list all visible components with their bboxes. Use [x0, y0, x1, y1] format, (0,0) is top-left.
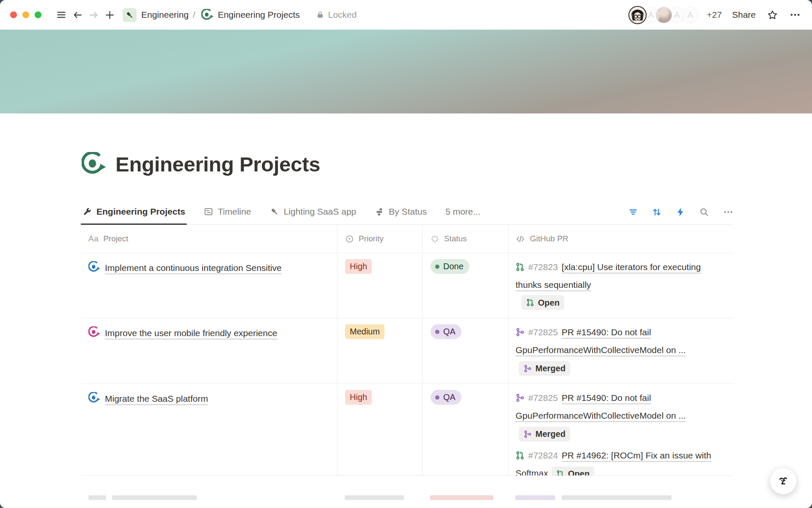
- pr-open-icon: [516, 451, 524, 460]
- status-dot: [435, 265, 439, 269]
- view-more-options-icon[interactable]: [723, 207, 734, 218]
- pr-merged-icon: [524, 430, 532, 438]
- status-tag[interactable]: Done: [431, 259, 469, 274]
- project-link[interactable]: Implement a continuous integration Sensi…: [105, 263, 282, 273]
- tab-label: By Status: [389, 207, 427, 217]
- column-label: Status: [444, 234, 467, 243]
- project-link[interactable]: Improve the user mobile friendly experie…: [105, 328, 277, 338]
- priority-tag[interactable]: High: [345, 259, 372, 274]
- status-label: Done: [443, 262, 464, 271]
- breadcrumb-page[interactable]: Engineering Projects: [218, 10, 300, 20]
- tab-more[interactable]: 5 more...: [444, 202, 481, 224]
- tab-timeline[interactable]: Timeline: [203, 202, 252, 224]
- breadcrumb-page-icon: [201, 9, 214, 21]
- priority-tag[interactable]: High: [345, 390, 372, 405]
- avatar-overflow-count[interactable]: +27: [707, 10, 722, 20]
- pr-open-icon: [526, 298, 534, 306]
- share-button[interactable]: Share: [732, 10, 756, 20]
- sort-icon[interactable]: [652, 207, 662, 217]
- table-row-clipped: [82, 476, 734, 503]
- breadcrumb-workspace[interactable]: Engineering: [141, 10, 189, 20]
- project-page-icon: [88, 326, 100, 338]
- tab-lighting-saas-app[interactable]: Lighting SaaS app: [269, 202, 357, 224]
- avatar-initial: A: [648, 10, 653, 20]
- lock-icon: [316, 11, 324, 19]
- workspace-hammer-icon[interactable]: [123, 8, 137, 22]
- timeline-icon: [204, 207, 213, 216]
- status-dot: [435, 395, 439, 400]
- table-row: Migrate the SaaS platform High QA #72825…: [82, 384, 734, 476]
- minimize-window-button[interactable]: [22, 11, 29, 18]
- back-arrow-icon[interactable]: [69, 7, 85, 22]
- github-pr-entry: #72823[xla:cpu] Use iterators for execut…: [516, 258, 727, 310]
- page-content: Engineering Projects Engineering Project…: [82, 150, 734, 503]
- avatar-initial: A: [687, 10, 693, 20]
- automation-lightning-icon[interactable]: [675, 207, 686, 217]
- table-row: Improve the user mobile friendly experie…: [82, 318, 734, 384]
- forward-arrow-icon[interactable]: [85, 7, 102, 22]
- tab-by-status[interactable]: By Status: [374, 202, 428, 224]
- pr-merged-icon: [516, 328, 524, 337]
- locked-indicator[interactable]: Locked: [316, 10, 357, 20]
- avatar-illustrated[interactable]: [628, 6, 647, 24]
- tab-label: 5 more...: [445, 207, 480, 217]
- pr-merged-icon: [516, 393, 524, 402]
- zoom-window-button[interactable]: [35, 11, 41, 18]
- pr-state-badge[interactable]: Merged: [519, 361, 570, 376]
- page-icon[interactable]: [82, 152, 106, 177]
- close-window-button[interactable]: [10, 11, 17, 18]
- tab-engineering-projects[interactable]: Engineering Projects: [82, 202, 186, 224]
- column-header-project[interactable]: Aa Project: [82, 225, 337, 253]
- clipped-text: [430, 495, 494, 500]
- select-property-icon: [345, 235, 354, 243]
- column-label: Project: [103, 234, 128, 243]
- breadcrumb-separator: /: [193, 10, 195, 20]
- table-header-row: Aa Project Priority Status GitHub PR: [82, 225, 734, 253]
- pr-id: #72825: [528, 327, 558, 337]
- filter-icon[interactable]: [628, 207, 638, 217]
- project-link[interactable]: Migrate the SaaS platform: [105, 394, 208, 403]
- pr-state-label: Merged: [535, 425, 565, 443]
- clipped-text: [88, 495, 106, 500]
- clipped-text: [112, 495, 197, 500]
- priority-tag[interactable]: Medium: [345, 324, 384, 339]
- page-cover[interactable]: [0, 30, 812, 113]
- projects-table: Aa Project Priority Status GitHub PR: [82, 225, 734, 503]
- notion-ai-button[interactable]: [770, 467, 797, 494]
- project-page-icon: [88, 261, 100, 273]
- github-pr-entry: #72825PR #15490: Do not fail GpuPerforma…: [516, 323, 727, 377]
- status-label: QA: [443, 327, 455, 337]
- sidebar-menu-icon[interactable]: [53, 7, 69, 22]
- pr-open-icon: [516, 262, 524, 271]
- table-row: Implement a continuous integration Sensi…: [82, 253, 734, 318]
- github-pr-entry: #72824PR #14962: [ROCm] Fix an issue wit…: [516, 447, 727, 475]
- pr-state-badge[interactable]: Merged: [519, 427, 570, 442]
- new-page-plus-icon[interactable]: [102, 7, 118, 22]
- status-property-icon: [431, 235, 439, 243]
- board-icon: [375, 207, 384, 216]
- tab-label: Engineering Projects: [96, 207, 185, 217]
- wrench-icon: [82, 207, 92, 216]
- column-label: Priority: [359, 234, 384, 243]
- clipped-text: [562, 495, 672, 500]
- column-header-status[interactable]: Status: [422, 225, 508, 253]
- status-label: QA: [443, 392, 455, 402]
- tab-label: Lighting SaaS app: [284, 207, 357, 217]
- favorite-star-icon[interactable]: [767, 9, 778, 21]
- hammer-icon: [270, 207, 279, 216]
- status-tag[interactable]: QA: [431, 324, 461, 339]
- more-options-icon[interactable]: [789, 9, 801, 21]
- column-header-priority[interactable]: Priority: [337, 225, 422, 253]
- tab-label: Timeline: [218, 207, 251, 217]
- pr-state-badge[interactable]: Open: [551, 467, 594, 475]
- notion-window: Engineering / Engineering Projects Locke…: [0, 0, 812, 508]
- status-tag[interactable]: QA: [431, 390, 461, 405]
- pr-open-icon: [556, 470, 564, 475]
- avatar-stack[interactable]: A A A: [628, 6, 699, 24]
- search-icon[interactable]: [699, 207, 709, 217]
- column-header-github-pr[interactable]: GitHub PR: [508, 225, 734, 253]
- pr-state-badge[interactable]: Open: [521, 295, 564, 310]
- pr-id: #72823: [528, 262, 558, 272]
- view-tabs-bar: Engineering Projects Timeline Lighting S…: [82, 202, 734, 225]
- clipped-text: [345, 495, 404, 500]
